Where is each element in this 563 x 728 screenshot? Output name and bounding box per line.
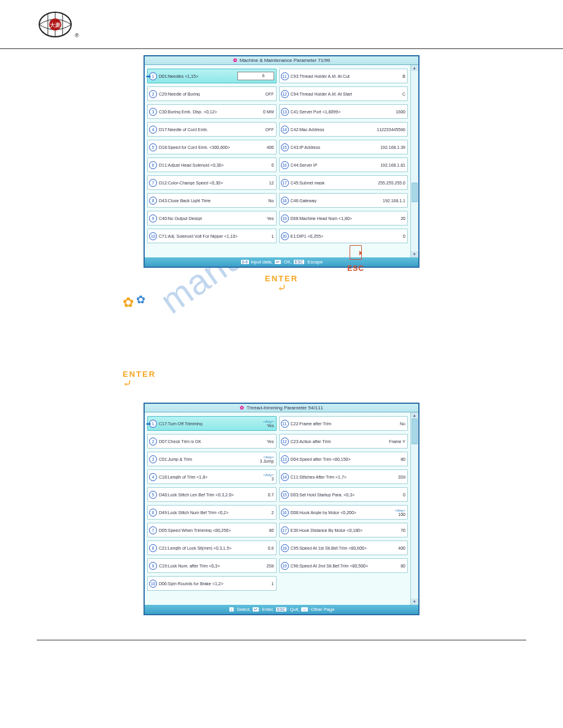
param-row[interactable]: 2C29:Needle of BoringOFF [147, 86, 277, 101]
row-number-badge: 18 [281, 544, 289, 552]
gear-icon: ✿ [233, 58, 237, 63]
row-number-badge: 12 [281, 90, 289, 98]
param-value: 0.6 [268, 546, 274, 550]
param-row[interactable]: 19C96:Speed At 2nd Sti.Bef.Trim <80,500>… [279, 558, 408, 573]
param-row[interactable]: 16D08:Hook Angle by Motor <0,200><Any>10… [279, 505, 408, 520]
param-row[interactable]: 15D03:Set Hold Startup Para. <0,3>0 [279, 487, 408, 502]
param-row[interactable]: ➡1C17:Turn Off Trimming<Any>Yes [147, 416, 277, 431]
param-row[interactable]: 8D43:Close Back Light TimeNo [147, 193, 277, 208]
param-label: D49:Lock Stitch Num Bef Trim <0,2> [159, 510, 270, 515]
row-number-badge: 19 [281, 562, 289, 570]
param-value: OFF [266, 127, 274, 132]
param-label: D06:Spin Rounds for Brake <1,2> [159, 582, 270, 586]
param-row[interactable]: 12C94:Thread Holder A.M. At StartC [279, 86, 408, 101]
param-label: C22:Frame after Trim [291, 422, 399, 426]
param-row[interactable]: 4C18:Length of Trim <1,8><Any>3 [147, 469, 277, 484]
param-label: C42:Mac Address [291, 127, 375, 132]
param-row[interactable]: 11C22:Frame after TrimNo [279, 416, 408, 431]
param-row[interactable]: 15C43:IP Address192.168.1.39 [279, 140, 408, 154]
param-value: No [269, 199, 274, 203]
param-label: C21:Length of Lock Sti(mm) <0.3,1.5> [159, 546, 266, 550]
numkey-hint: 0-9 [241, 260, 249, 264]
scrollbar[interactable]: ▴ ▾ [410, 412, 418, 605]
param-value: 70 [400, 528, 405, 533]
scroll-down-icon[interactable]: ▾ [411, 599, 418, 605]
param-row[interactable]: 9C40:No Output DesignYes [147, 211, 277, 226]
param-row[interactable]: 8C21:Length of Lock Sti(mm) <0.3,1.5>0.6 [147, 540, 277, 555]
param-label: C71:Adj. Solenoid Volt For Nipper <1,10> [159, 234, 270, 238]
param-value: OFF [266, 92, 274, 96]
param-value: 1600 [396, 110, 405, 114]
panel-title: ✿Thread-trimming Parameter 54/111 [145, 404, 418, 412]
param-row[interactable]: 6D11:Adjust Head Solenoid <0,30>0 [147, 157, 277, 172]
scroll-up-icon[interactable]: ▴ [411, 65, 418, 71]
row-number-badge: 16 [281, 161, 289, 169]
param-column-right: 11C22:Frame after TrimNo12C23:Action aft… [279, 416, 408, 594]
param-value: <Any>3 [263, 473, 274, 481]
row-number-badge: 9 [149, 214, 157, 222]
scrollbar[interactable]: ▴ ▾ [410, 65, 418, 257]
param-label: C43:IP Address [291, 145, 379, 150]
row-number-badge: 12 [281, 438, 289, 446]
param-row[interactable]: 19D68:Machine Head Num <1,80>20 [279, 211, 408, 226]
param-row[interactable]: 7D12:Color-Change Speed <0,30>12 [147, 175, 277, 190]
panel-footer: ↕: Select, ↵: Enter, ESC: Quit, ↔: Other… [145, 605, 418, 614]
param-row[interactable]: 9C19:Lock Num. after Trim <0,3>2Sti [147, 558, 277, 573]
param-row[interactable]: 10D06:Spin Rounds for Brake <1,2>1 [147, 576, 277, 591]
param-value: 2 [272, 510, 274, 515]
page-header: 大豪® [0, 0, 563, 49]
row-number-badge: 16 [281, 509, 289, 517]
param-value: 80 [400, 564, 405, 568]
param-row[interactable]: 18C95:Speed At 1st Sti.Bef.Trim <80,600>… [279, 540, 408, 555]
param-row[interactable]: 20E1:DIP1 <0,255>0 [279, 229, 408, 243]
param-row[interactable]: 5D48:Lock Stitch Len Bef Trim <0.3,2.0>0… [147, 487, 277, 502]
param-label: C40:No Output Design [159, 216, 265, 221]
param-label: C11:Stitches After Trim <1,7> [291, 475, 396, 479]
row-number-badge: 4 [149, 473, 157, 481]
param-label: D43:Close Back Light Time [159, 199, 267, 203]
param-value: <Any>3 Jump [260, 455, 274, 463]
param-row[interactable]: 17C45:Subnet mask255.255.255.0 [279, 175, 408, 190]
param-row[interactable]: 17E39:Hook Distance By Motor <0,180>70 [279, 523, 408, 537]
settings-gears-icon: ✿✿ [123, 295, 143, 311]
param-row[interactable]: 3C30:Boring Emb. Disp. <0,12>0 MM [147, 104, 277, 119]
param-label: D17:Needle of Cord Emb. [159, 127, 264, 132]
param-value: No [400, 422, 405, 426]
scroll-up-icon[interactable]: ▴ [411, 412, 418, 419]
param-value: 0 MM [263, 110, 274, 114]
row-number-badge: 13 [281, 108, 289, 116]
param-label: E39:Hook Distance By Motor <0,180> [291, 528, 399, 533]
param-row[interactable]: 13C41:Server Port <1,8099>1600 [279, 104, 408, 119]
param-row[interactable]: 14C42:Mac Address112233445566 [279, 122, 408, 137]
param-value: Yes [267, 439, 274, 444]
esc-key-hint: ESC [276, 607, 286, 612]
param-row[interactable]: 2D07:Check Trim is OKYes [147, 434, 277, 449]
param-input[interactable]: 6 [237, 72, 274, 80]
param-value: 192.168.1.1 [383, 199, 405, 203]
param-label: D08:Hook Angle by Motor <0,200> [291, 510, 393, 515]
scroll-down-icon[interactable]: ▾ [411, 251, 418, 257]
param-value: 12 [269, 181, 274, 185]
param-row[interactable]: 10C71:Adj. Solenoid Volt For Nipper <1,1… [147, 229, 277, 243]
param-row[interactable]: 11C93:Thread Holder A.M. At CutB [279, 69, 408, 83]
param-row[interactable]: 14C11:Stitches After Trim <1,7>3Sti [279, 469, 408, 484]
param-row[interactable]: 12C23:Action after TrimFrame Y [279, 434, 408, 449]
updown-key-hint: ↕ [229, 607, 234, 612]
param-column-left: ➡1C17:Turn Off Trimming<Any>Yes2D07:Chec… [147, 416, 277, 594]
param-row[interactable]: 13D04:Speed after Trim <80,150>80 [279, 452, 408, 466]
param-row[interactable]: 18C46:Gateway192.168.1.1 [279, 193, 408, 208]
param-row[interactable]: 3C01:Jump & Trim<Any>3 Jump [147, 452, 277, 466]
param-row[interactable]: 16C44:Server IP192.168.1.81 [279, 157, 408, 172]
param-label: D18:Speed for Cord Emb. <300,600> [159, 145, 265, 150]
param-row[interactable]: ➡1D01:Needles <1,15>6 [147, 69, 277, 83]
param-value: 1 [272, 582, 274, 586]
param-row[interactable]: 6D49:Lock Stitch Num Bef Trim <0,2>2 [147, 505, 277, 520]
param-value: Yes [267, 216, 274, 221]
row-number-badge: 13 [281, 455, 289, 463]
param-row[interactable]: 4D17:Needle of Cord Emb.OFF [147, 122, 277, 137]
param-column-left: ➡1D01:Needles <1,15>62C29:Needle of Bori… [147, 69, 277, 246]
param-row[interactable]: 7D05:Speed When Trimming <80,250>80 [147, 523, 277, 537]
row-number-badge: 6 [149, 509, 157, 517]
param-row[interactable]: 5D18:Speed for Cord Emb. <300,600>400 [147, 140, 277, 154]
selection-arrow-icon: ➡ [146, 420, 153, 427]
